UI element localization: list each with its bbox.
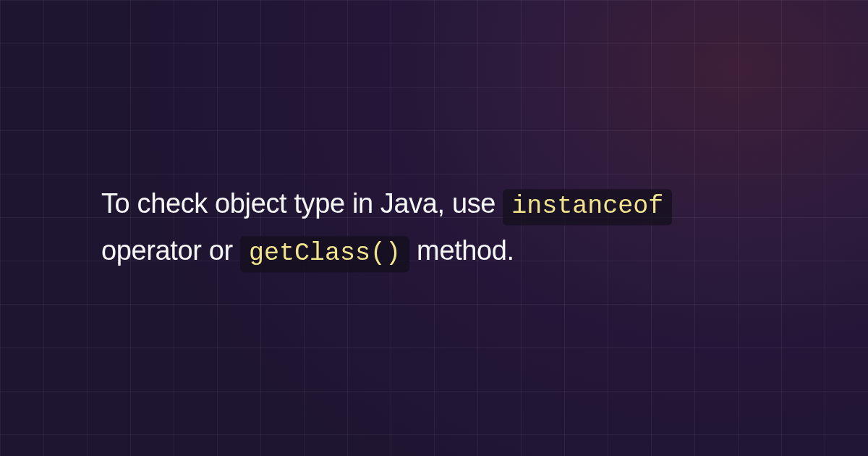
code-instanceof: instanceof: [503, 189, 672, 225]
text-segment-2: operator or: [101, 235, 240, 266]
explanation-text: To check object type in Java, use instan…: [101, 181, 767, 275]
text-segment-1: To check object type in Java, use: [101, 188, 503, 219]
content-container: To check object type in Java, use instan…: [87, 181, 781, 275]
code-getclass: getClass(): [240, 236, 409, 272]
text-segment-3: method.: [409, 235, 514, 266]
